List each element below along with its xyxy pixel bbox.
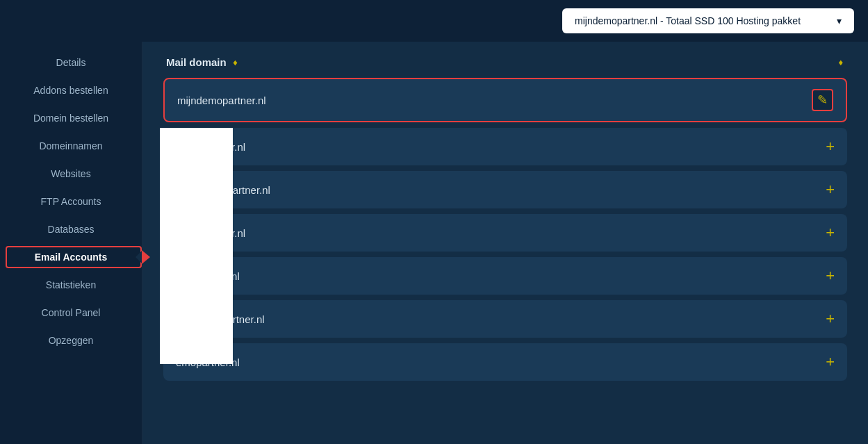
- domain-row-2[interactable]: r.mijndemopartner.nl +: [163, 171, 847, 208]
- domain-row-6[interactable]: emopartner.nl +: [163, 343, 847, 381]
- table-header-left: Mail domain ⬧: [166, 56, 238, 68]
- domain-row-0[interactable]: mijndemopartner.nl ✎: [163, 78, 847, 122]
- domain-name-0: mijndemopartner.nl: [177, 94, 266, 106]
- add-icon-3[interactable]: +: [826, 224, 835, 242]
- sort-icon[interactable]: ⬧: [232, 57, 238, 67]
- domain-selector-dropdown[interactable]: mijndemopartner.nl - Totaal SSD 100 Host…: [562, 8, 854, 33]
- sidebar: Details Addons bestellen Domein bestelle…: [0, 42, 142, 444]
- sidebar-item-databases[interactable]: Databases: [0, 215, 142, 243]
- edit-icon-0[interactable]: ✎: [812, 89, 833, 111]
- domain-action-4: +: [826, 267, 835, 285]
- main-layout: Details Addons bestellen Domein bestelle…: [0, 42, 868, 444]
- content-area: Mail domain ⬧ ⬧ mijndemopartner.nl ✎ dem…: [142, 42, 868, 444]
- add-icon-4[interactable]: +: [826, 267, 835, 285]
- sidebar-item-ftp-accounts[interactable]: FTP Accounts: [0, 188, 142, 215]
- domain-action-3: +: [826, 224, 835, 242]
- domain-action-6: +: [826, 353, 835, 371]
- domain-action-0: ✎: [812, 89, 833, 111]
- add-icon-2[interactable]: +: [826, 181, 835, 199]
- mail-domain-label: Mail domain: [166, 56, 227, 68]
- domain-action-2: +: [826, 181, 835, 199]
- sidebar-item-domeinnamen[interactable]: Domeinnamen: [0, 132, 142, 160]
- sidebar-item-email-accounts[interactable]: Email Accounts: [0, 243, 142, 271]
- chevron-down-icon: ▾: [837, 15, 842, 26]
- active-arrow-icon: [142, 250, 150, 264]
- domain-selector-label: mijndemopartner.nl - Totaal SSD 100 Host…: [575, 15, 801, 26]
- sidebar-item-websites[interactable]: Websites: [0, 160, 142, 188]
- sidebar-item-statistieken[interactable]: Statistieken: [0, 271, 142, 299]
- table-header: Mail domain ⬧ ⬧: [163, 56, 847, 68]
- tooltip-overlay: [160, 128, 233, 364]
- top-bar: mijndemopartner.nl - Totaal SSD 100 Host…: [0, 0, 868, 42]
- domain-action-1: +: [826, 138, 835, 156]
- sidebar-item-opzeggen[interactable]: Opzeggen: [0, 327, 142, 354]
- sidebar-item-addons-bestellen[interactable]: Addons bestellen: [0, 76, 142, 104]
- domain-action-5: +: [826, 310, 835, 328]
- sidebar-item-control-panel[interactable]: Control Panel: [0, 299, 142, 327]
- sort-icon-right[interactable]: ⬧: [837, 56, 844, 68]
- add-icon-1[interactable]: +: [826, 138, 835, 156]
- domain-row-4[interactable]: emopartner.nl +: [163, 257, 847, 295]
- domain-row-5[interactable]: mijndemopartner.nl +: [163, 300, 847, 338]
- sidebar-item-domein-bestellen[interactable]: Domein bestellen: [0, 104, 142, 132]
- add-icon-5[interactable]: +: [826, 310, 835, 328]
- domain-row-1[interactable]: demopartner.nl +: [163, 128, 847, 165]
- domains-list: demopartner.nl + r.mijndemopartner.nl + …: [163, 128, 847, 381]
- sidebar-item-details[interactable]: Details: [0, 49, 142, 76]
- add-icon-6[interactable]: +: [826, 353, 835, 371]
- domain-row-3[interactable]: demopartner.nl +: [163, 214, 847, 252]
